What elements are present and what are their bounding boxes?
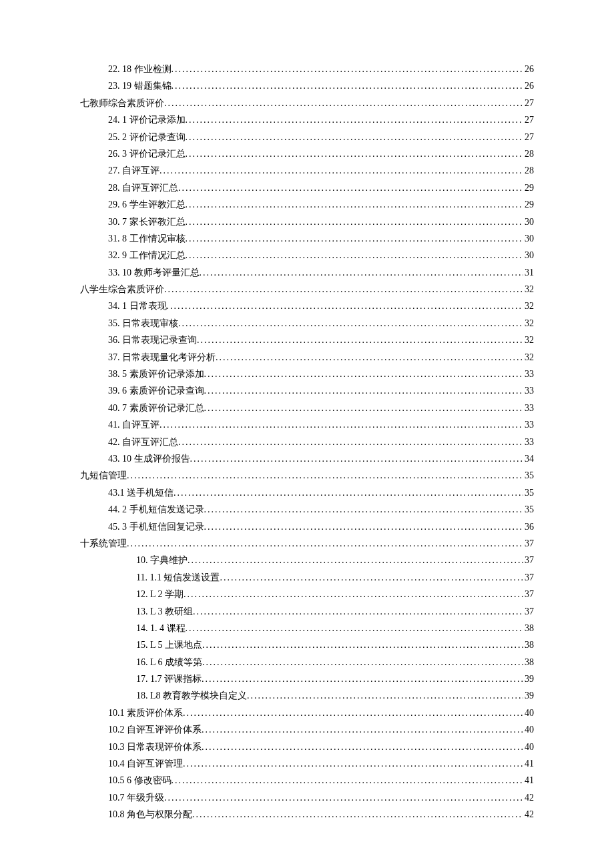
toc-entry-page: 32 bbox=[523, 333, 534, 348]
toc-entry[interactable]: 11. 1.1 短信发送设置37 bbox=[80, 570, 534, 585]
toc-entry[interactable]: 27. 自评互评28 bbox=[80, 163, 534, 178]
toc-entry-page: 29 bbox=[523, 197, 534, 212]
toc-entry-title: 35. 日常表现审核 bbox=[108, 316, 178, 331]
toc-entry-title: 12. L 2 学期 bbox=[136, 587, 184, 602]
toc-leader-dots bbox=[164, 791, 523, 805]
toc-entry-page: 30 bbox=[523, 248, 534, 263]
toc-entry-title: 十系统管理 bbox=[80, 536, 127, 551]
toc-leader-dots bbox=[167, 299, 524, 314]
toc-entry-title: 10.8 角色与权限分配 bbox=[108, 807, 192, 822]
toc-entry[interactable]: 39. 6 素质评价记录查询33 bbox=[80, 384, 534, 398]
toc-entry-title: 32. 9 工作情况汇总 bbox=[108, 248, 186, 263]
toc-entry[interactable]: 10.3 日常表现评价体系40 bbox=[80, 740, 534, 755]
toc-entry[interactable]: 36. 日常表现记录查询32 bbox=[80, 333, 534, 348]
toc-entry-page: 33 bbox=[523, 384, 534, 398]
toc-leader-dots bbox=[204, 384, 524, 398]
toc-entry[interactable]: 24. 1 评价记录添加27 bbox=[80, 113, 534, 127]
toc-leader-dots bbox=[160, 418, 523, 432]
toc-entry-page: 33 bbox=[523, 367, 534, 382]
toc-entry-page: 40 bbox=[523, 706, 534, 721]
toc-entry[interactable]: 17. 1.7 评课指标39 bbox=[80, 672, 534, 687]
toc-entry[interactable]: 43. 10 生成评价报告34 bbox=[80, 452, 534, 466]
toc-entry[interactable]: 10.2 自评互评评价体系40 bbox=[80, 723, 534, 737]
toc-entry-page: 28 bbox=[523, 163, 534, 178]
toc-entry-page: 32 bbox=[523, 299, 534, 314]
toc-entry[interactable]: 七教师综合素质评价27 bbox=[80, 96, 534, 111]
toc-entry-title: 42. 自评互评汇总 bbox=[108, 435, 178, 450]
toc-entry-title: 10. 字典维护 bbox=[136, 553, 188, 568]
toc-leader-dots bbox=[127, 536, 523, 551]
toc-leader-dots bbox=[186, 215, 524, 230]
toc-entry-title: 45. 3 手机短信回复记录 bbox=[108, 520, 204, 534]
toc-entry-page: 37 bbox=[523, 604, 534, 619]
toc-entry-title: 11. 1.1 短信发送设置 bbox=[136, 570, 220, 585]
toc-entry[interactable]: 40. 7 素质评价记录汇总33 bbox=[80, 401, 534, 416]
toc-entry-page: 38 bbox=[523, 655, 534, 670]
toc-entry[interactable]: 10.4 自评互评管理41 bbox=[80, 757, 534, 771]
toc-entry[interactable]: 37. 日常表现量化考评分析32 bbox=[80, 350, 534, 365]
toc-entry-page: 38 bbox=[523, 638, 534, 653]
toc-entry[interactable]: 16. L 6 成绩等第38 bbox=[80, 655, 534, 670]
toc-entry-page: 37 bbox=[523, 536, 534, 551]
toc-entry[interactable]: 38. 5 素质评价记录添加33 bbox=[80, 367, 534, 382]
toc-entry[interactable]: 10.1 素质评价体系40 bbox=[80, 706, 534, 721]
toc-entry[interactable]: 41. 自评互评33 bbox=[80, 418, 534, 432]
toc-entry-title: 36. 日常表现记录查询 bbox=[108, 333, 197, 348]
toc-entry-title: 38. 5 素质评价记录添加 bbox=[108, 367, 204, 382]
toc-entry-page: 30 bbox=[523, 232, 534, 246]
toc-entry-page: 27 bbox=[523, 96, 534, 111]
toc-entry[interactable]: 31. 8 工作情况审核30 bbox=[80, 232, 534, 246]
toc-leader-dots bbox=[202, 723, 523, 737]
toc-entry[interactable]: 29. 6 学生评教汇总29 bbox=[80, 197, 534, 212]
toc-entry[interactable]: 22. 18 作业检测26 bbox=[80, 62, 534, 77]
toc-entry[interactable]: 28. 自评互评汇总29 bbox=[80, 181, 534, 195]
toc-leader-dots bbox=[178, 316, 523, 331]
toc-entry[interactable]: 14. 1. 4 课程38 bbox=[80, 621, 534, 636]
toc-entry[interactable]: 34. 1 日常表现32 bbox=[80, 299, 534, 314]
toc-entry[interactable]: 九短信管理35 bbox=[80, 468, 534, 483]
toc-entry[interactable]: 八学生综合素质评价32 bbox=[80, 282, 534, 297]
toc-leader-dots bbox=[178, 181, 523, 195]
toc-entry[interactable]: 12. L 2 学期37 bbox=[80, 587, 534, 602]
toc-entry[interactable]: 18. L8 教育教学模块自定义39 bbox=[80, 689, 534, 703]
toc-entry-page: 28 bbox=[523, 147, 534, 161]
toc-entry[interactable]: 10.7 年级升级42 bbox=[80, 791, 534, 805]
toc-entry-page: 40 bbox=[523, 740, 534, 755]
toc-entry-title: 25. 2 评价记录查询 bbox=[108, 130, 186, 145]
toc-entry-title: 15. L 5 上课地点 bbox=[136, 638, 202, 653]
toc-entry[interactable]: 10. 字典维护37 bbox=[80, 553, 534, 568]
toc-entry-page: 27 bbox=[523, 130, 534, 145]
toc-entry-title: 八学生综合素质评价 bbox=[80, 282, 164, 297]
toc-entry-title: 七教师综合素质评价 bbox=[80, 96, 164, 111]
toc-entry[interactable]: 35. 日常表现审核32 bbox=[80, 316, 534, 331]
toc-entry-page: 40 bbox=[523, 723, 534, 737]
toc-entry[interactable]: 32. 9 工作情况汇总30 bbox=[80, 248, 534, 263]
toc-entry-title: 10.7 年级升级 bbox=[108, 791, 164, 805]
toc-entry[interactable]: 33. 10 教师考评量汇总31 bbox=[80, 266, 534, 280]
toc-entry-title: 10.2 自评互评评价体系 bbox=[108, 723, 202, 737]
toc-entry[interactable]: 十系统管理37 bbox=[80, 536, 534, 551]
toc-entry[interactable]: 25. 2 评价记录查询27 bbox=[80, 130, 534, 145]
toc-entry-page: 41 bbox=[523, 773, 534, 788]
toc-entry[interactable]: 10.5 6 修改密码41 bbox=[80, 773, 534, 788]
toc-entry[interactable]: 45. 3 手机短信回复记录36 bbox=[80, 520, 534, 534]
toc-entry[interactable]: 42. 自评互评汇总33 bbox=[80, 435, 534, 450]
toc-entry-title: 29. 6 学生评教汇总 bbox=[108, 197, 186, 212]
toc-entry[interactable]: 26. 3 评价记录汇总28 bbox=[80, 147, 534, 161]
toc-leader-dots bbox=[202, 638, 523, 653]
toc-leader-dots bbox=[192, 807, 523, 822]
toc-entry[interactable]: 43.1 送手机短信35 bbox=[80, 486, 534, 500]
toc-leader-dots bbox=[190, 452, 524, 466]
toc-entry-page: 39 bbox=[523, 672, 534, 687]
toc-entry-title: 10.5 6 修改密码 bbox=[108, 773, 172, 788]
toc-entry[interactable]: 44. 2 手机短信发送记录35 bbox=[80, 502, 534, 517]
toc-leader-dots bbox=[247, 689, 523, 703]
toc-entry-page: 34 bbox=[523, 452, 534, 466]
toc-leader-dots bbox=[172, 773, 524, 788]
toc-entry[interactable]: 23. 19 错题集锦26 bbox=[80, 79, 534, 93]
toc-entry[interactable]: 15. L 5 上课地点38 bbox=[80, 638, 534, 653]
toc-entry[interactable]: 13. L 3 教研组37 bbox=[80, 604, 534, 619]
toc-entry[interactable]: 10.8 角色与权限分配42 bbox=[80, 807, 534, 822]
toc-entry[interactable]: 30. 7 家长评教汇总30 bbox=[80, 215, 534, 230]
toc-leader-dots bbox=[127, 468, 523, 483]
